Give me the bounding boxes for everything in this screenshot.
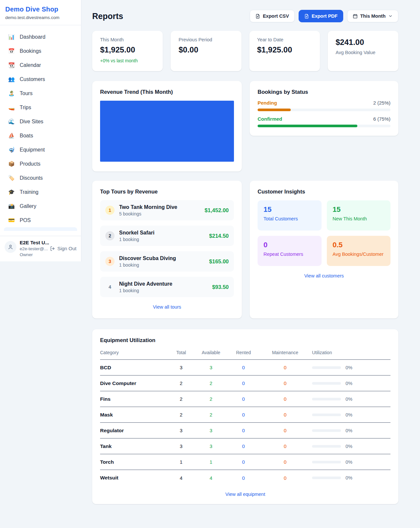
sidebar-item-icon: 🏷️	[8, 175, 15, 181]
equipment-maintenance: 0	[262, 428, 309, 433]
revenue-trend-chart	[100, 101, 234, 162]
equipment-category: Torch	[100, 459, 166, 465]
equipment-table-header: Category Total Available Rented Maintena…	[100, 350, 390, 360]
utilization-bar	[312, 382, 341, 385]
export-pdf-label: Export PDF	[312, 13, 338, 19]
view-all-tours-link[interactable]: View all tours	[100, 304, 234, 310]
card-title: Equipment Utilization	[100, 337, 390, 343]
insight-value: 0	[263, 241, 316, 249]
sidebar-item[interactable]: 🎓 Training	[4, 185, 77, 199]
utilization-percent: 0%	[346, 428, 352, 433]
equipment-category: Fins	[100, 396, 166, 402]
stat-label: Avg Booking Value	[336, 50, 390, 55]
sidebar-item-icon: 🎓	[8, 189, 15, 195]
sidebar-item[interactable]: 📸 Gallery	[4, 199, 77, 213]
user-role: Owner	[20, 252, 47, 257]
sidebar-item[interactable]: 💳 POS	[4, 213, 77, 227]
status-row: Pending 2 (25%)	[258, 100, 390, 111]
insight-tiles: 15 Total Customers 15 New This Month 0 R…	[258, 200, 390, 266]
column-header: Available	[197, 350, 225, 355]
insight-value: 15	[333, 205, 385, 214]
export-csv-button[interactable]: Export CSV	[250, 10, 295, 22]
sidebar-item-icon: 💳	[8, 217, 15, 223]
sidebar-item-icon: 📅	[8, 48, 15, 54]
stat-card-year-to-date: Year to Date $1,925.00	[249, 31, 320, 71]
revenue-trend-card: Revenue Trend (This Month)	[92, 81, 242, 172]
sidebar-item-icon: 📆	[8, 62, 15, 68]
sidebar-item-label: Gallery	[20, 203, 36, 209]
file-download-icon	[304, 14, 309, 19]
insight-label: New This Month	[333, 216, 385, 221]
equipment-available: 2	[197, 412, 225, 417]
sidebar-item[interactable]: 🏝️ Tours	[4, 86, 77, 100]
sidebar-item[interactable]: 📆 Calendar	[4, 58, 77, 72]
utilization-percent: 0%	[346, 381, 352, 386]
utilization-bar	[312, 414, 341, 416]
equipment-maintenance: 0	[262, 396, 309, 402]
equipment-total: 3	[166, 365, 197, 370]
sidebar-item[interactable]: 👥 Customers	[4, 72, 77, 86]
sidebar-item-label: Dashboard	[20, 34, 45, 40]
sidebar: Demo Dive Shop demo.test.divestreams.com…	[0, 0, 81, 261]
sidebar-item-icon: 👥	[8, 76, 15, 82]
equipment-category: Wetsuit	[100, 475, 166, 481]
export-pdf-button[interactable]: Export PDF	[299, 10, 343, 22]
person-icon	[8, 244, 13, 250]
sidebar-item-label: Trips	[20, 105, 31, 111]
equipment-rented: 0	[225, 475, 262, 481]
sidebar-item[interactable]: 📊 Dashboard	[4, 30, 77, 44]
insight-value: 15	[263, 205, 316, 214]
table-row: Wetsuit 4 4 0 0 0%	[100, 470, 390, 486]
sidebar-item[interactable]: 🚤 Trips	[4, 100, 77, 114]
sidebar-item-icon: 📸	[8, 203, 15, 209]
equipment-category: BCD	[100, 365, 166, 371]
tour-row: 1 Two Tank Morning Dive 5 bookings $1,45…	[100, 200, 234, 220]
table-row: Dive Computer 2 2 0 0 0%	[100, 376, 390, 391]
tour-name: Snorkel Safari	[119, 230, 155, 236]
brand-domain: demo.test.divestreams.com	[5, 15, 76, 20]
equipment-utilization-cell: 0%	[309, 412, 390, 417]
stat-card-previous-period: Previous Period $0.00	[171, 31, 241, 71]
equipment-category: Mask	[100, 412, 166, 418]
sidebar-item-icon: 🤿	[8, 147, 15, 153]
stats-row: This Month $1,925.00 +0% vs last month P…	[92, 31, 398, 71]
equipment-total: 2	[166, 396, 197, 402]
column-header: Category	[100, 350, 166, 355]
view-all-equipment-link[interactable]: View all equipment	[100, 492, 390, 497]
sidebar-item-icon: 🏝️	[8, 90, 15, 96]
status-row: Confirmed 6 (75%)	[258, 116, 390, 127]
period-dropdown[interactable]: This Month	[347, 10, 398, 22]
sidebar-item[interactable]: 🤿 Equipment	[4, 143, 77, 157]
sign-out-button[interactable]: Sign Out	[50, 246, 76, 251]
equipment-available: 3	[197, 428, 225, 433]
equipment-total: 2	[166, 380, 197, 386]
user-info: E2E Test U... e2e-tester@... Owner	[20, 240, 47, 257]
tour-revenue: $1,452.00	[205, 207, 229, 213]
sidebar-item[interactable]: 🌊 Dive Sites	[4, 114, 77, 129]
sidebar-item-label: Calendar	[20, 62, 41, 68]
export-csv-label: Export CSV	[263, 13, 289, 19]
rank-badge: 3	[105, 257, 115, 266]
column-header: Total	[166, 350, 197, 355]
equipment-maintenance: 0	[262, 412, 309, 417]
sidebar-item-icon: ⛵	[8, 132, 15, 139]
utilization-percent: 0%	[346, 365, 352, 370]
equipment-table-body: BCD 3 3 0 0 0% Dive Computer 2 2 0 0	[100, 360, 390, 486]
card-title: Bookings by Status	[258, 89, 390, 95]
equipment-total: 4	[166, 475, 197, 481]
column-header: Utilization	[309, 350, 390, 355]
equipment-utilization-cell: 0%	[309, 428, 390, 433]
sidebar-item[interactable]: 📅 Bookings	[4, 44, 77, 58]
sidebar-item-icon: 📊	[8, 34, 15, 40]
tour-row: 2 Snorkel Safari 1 booking $214.50	[100, 226, 234, 246]
equipment-rented: 0	[225, 459, 262, 465]
sidebar-item-reports-partial[interactable]	[4, 227, 77, 231]
insight-tile: 0.5 Avg Bookings/Customer	[327, 236, 391, 266]
utilization-bar	[312, 461, 341, 463]
view-all-customers-link[interactable]: View all customers	[258, 273, 390, 278]
sidebar-item[interactable]: 🏷️ Discounts	[4, 171, 77, 185]
sidebar-item[interactable]: ⛵ Boats	[4, 129, 77, 143]
sidebar-item[interactable]: 📦 Products	[4, 157, 77, 171]
tours-list: 1 Two Tank Morning Dive 5 bookings $1,45…	[100, 200, 234, 297]
insight-tile: 15 Total Customers	[258, 200, 322, 231]
